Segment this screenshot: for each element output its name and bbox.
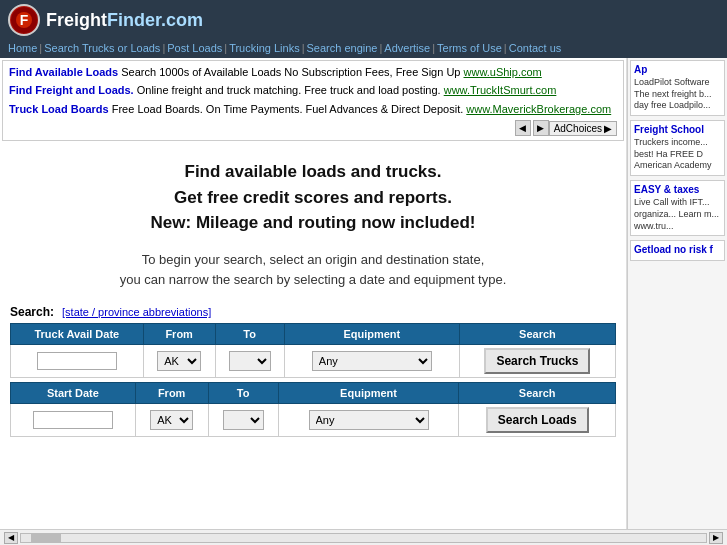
search-loads-button[interactable]: Search Loads <box>486 407 589 433</box>
nav-home[interactable]: Home <box>8 42 37 54</box>
state-abbr-link[interactable]: [state / province abbreviations] <box>62 306 211 318</box>
trucks-col-equipment: Equipment <box>284 324 459 345</box>
promo-line1: Find available loads and trucks. <box>185 162 442 181</box>
promo-area: Find available loads and trucks. Get fre… <box>0 143 626 301</box>
ad-choices-button[interactable]: AdChoices ▶ <box>549 121 617 136</box>
trucks-equipment-select[interactable]: AnyVanFlatbed ReeferTankerStep Deck Lowb… <box>312 351 432 371</box>
ad1-url[interactable]: www.uShip.com <box>464 66 542 78</box>
ad2-body: Online freight and truck matching. Free … <box>137 84 444 96</box>
loads-search-table: Start Date From To Equipment Search <box>10 382 616 437</box>
ad3-body: Free Load Boards. On Time Payments. Fuel… <box>112 103 467 115</box>
bottom-scrollbar: ◀ ▶ <box>0 529 727 545</box>
ad-choices-label: AdChoices <box>554 123 602 134</box>
sidebar-ad3-body: Live Call with IFT... organiza... Learn … <box>634 197 721 232</box>
nav-arrows: ◀ ▶ <box>515 120 549 136</box>
ads-strip: Find Available Loads Search 1000s of Ava… <box>2 60 624 141</box>
loads-col-to: To <box>208 383 278 404</box>
ad-line-2: Find Freight and Loads. Online freight a… <box>9 83 617 98</box>
loads-from-cell: AKALARAZ CACOCTDE FLGA <box>135 404 208 437</box>
ad3-title[interactable]: Truck Load Boards <box>9 103 109 115</box>
site-domain: Finder.com <box>107 10 203 30</box>
trucks-equipment-cell: AnyVanFlatbed ReeferTankerStep Deck Lowb… <box>284 345 459 378</box>
trucks-col-search: Search <box>459 324 615 345</box>
trucks-search-cell: Search Trucks <box>459 345 615 378</box>
trucks-col-date: Truck Avail Date <box>11 324 144 345</box>
ad3-url[interactable]: www.MaverickBrokerage.com <box>466 103 611 115</box>
site-title: FreightFinder.com <box>46 10 203 31</box>
nav-sep: | <box>504 42 507 54</box>
sidebar-ad-2: Freight School Truckers income... best! … <box>630 120 725 176</box>
scroll-right-button[interactable]: ▶ <box>709 532 723 544</box>
trucks-from-cell: AKALARAZ CACOCTDE FLGAHIIA IDILINKS KYLA… <box>143 345 215 378</box>
main-layout: Find Available Loads Search 1000s of Ava… <box>0 58 727 529</box>
freight-finder-logo: F <box>8 4 40 36</box>
search-label-row: Search: [state / province abbreviations] <box>10 305 616 319</box>
loads-date-input[interactable] <box>33 411 113 429</box>
loads-to-select[interactable]: AKAL <box>223 410 264 430</box>
nav-sep: | <box>162 42 165 54</box>
center-content: Find Available Loads Search 1000s of Ava… <box>0 58 627 529</box>
trucks-col-to: To <box>215 324 284 345</box>
nav-search-engine[interactable]: Search engine <box>307 42 378 54</box>
trucks-to-cell: AKALAR <box>215 345 284 378</box>
loads-col-search: Search <box>459 383 616 404</box>
promo-line2: Get free credit scores and reports. <box>174 188 452 207</box>
sidebar-ad2-title[interactable]: Freight School <box>634 124 721 135</box>
promo-desc1: To begin your search, select an origin a… <box>142 252 485 267</box>
sidebar-ad4-title[interactable]: Getload no risk f <box>634 244 721 255</box>
ad-choices-icon: ▶ <box>604 123 612 134</box>
sidebar-ad-3: EASY & taxes Live Call with IFT... organ… <box>630 180 725 236</box>
sidebar-ad2-body: Truckers income... best! Ha FREE D Ameri… <box>634 137 721 172</box>
right-sidebar: Ap LoadPilot Software The next freight b… <box>627 58 727 529</box>
nav-advertise[interactable]: Advertise <box>384 42 430 54</box>
loads-to-cell: AKAL <box>208 404 278 437</box>
sidebar-ad1-title[interactable]: Ap <box>634 64 721 75</box>
nav-sep: | <box>379 42 382 54</box>
trucks-row: AKALARAZ CACOCTDE FLGAHIIA IDILINKS KYLA… <box>11 345 616 378</box>
sidebar-ad-4: Getload no risk f <box>630 240 725 261</box>
scroll-left-button[interactable]: ◀ <box>4 532 18 544</box>
scrollbar-thumb[interactable] <box>31 534 61 542</box>
nav-bar: Home | Search Trucks or Loads | Post Loa… <box>0 40 727 58</box>
promo-desc2: you can narrow the search by selecting a… <box>120 272 507 287</box>
header: F FreightFinder.com <box>0 0 727 40</box>
ad2-title[interactable]: Find Freight and Loads. <box>9 84 134 96</box>
ad1-title[interactable]: Find Available Loads <box>9 66 118 78</box>
ad2-url[interactable]: www.TruckItSmurt.com <box>444 84 557 96</box>
nav-sep: | <box>302 42 305 54</box>
sidebar-ad3-title[interactable]: EASY & taxes <box>634 184 721 195</box>
trucks-to-select[interactable]: AKALAR <box>229 351 271 371</box>
search-label: Search: <box>10 305 54 319</box>
loads-equipment-cell: AnyVanFlatbed ReeferTankerStep Deck Lowb… <box>278 404 459 437</box>
nav-left-arrow[interactable]: ◀ <box>515 120 531 136</box>
nav-trucking-links[interactable]: Trucking Links <box>229 42 300 54</box>
scrollbar-track[interactable] <box>20 533 707 543</box>
ad1-body: Search 1000s of Available Loads No Subsc… <box>121 66 463 78</box>
trucks-col-from: From <box>143 324 215 345</box>
nav-search-trucks-or-loads[interactable]: Search Trucks or Loads <box>44 42 160 54</box>
ad-line-3: Truck Load Boards Free Load Boards. On T… <box>9 102 617 117</box>
loads-col-date: Start Date <box>11 383 136 404</box>
trucks-date-input[interactable] <box>37 352 117 370</box>
nav-post-loads[interactable]: Post Loads <box>167 42 222 54</box>
nav-sep: | <box>224 42 227 54</box>
loads-from-select[interactable]: AKALARAZ CACOCTDE FLGA <box>150 410 193 430</box>
trucks-from-select[interactable]: AKALARAZ CACOCTDE FLGAHIIA IDILINKS KYLA… <box>157 351 201 371</box>
search-area: Search: [state / province abbreviations]… <box>0 301 626 451</box>
loads-row: AKALARAZ CACOCTDE FLGA AKAL <box>11 404 616 437</box>
search-trucks-button[interactable]: Search Trucks <box>484 348 590 374</box>
trucks-search-table: Truck Avail Date From To Equipment Searc… <box>10 323 616 378</box>
loads-col-equipment: Equipment <box>278 383 459 404</box>
sidebar-ad1-body: LoadPilot Software The next freight b...… <box>634 77 721 112</box>
nav-terms[interactable]: Terms of Use <box>437 42 502 54</box>
nav-sep: | <box>39 42 42 54</box>
logo-area: F FreightFinder.com <box>8 4 203 36</box>
loads-col-from: From <box>135 383 208 404</box>
nav-right-arrow[interactable]: ▶ <box>533 120 549 136</box>
promo-line3: New: Mileage and routing now included! <box>151 213 476 232</box>
loads-date-cell <box>11 404 136 437</box>
trucks-date-cell <box>11 345 144 378</box>
nav-contact[interactable]: Contact us <box>509 42 562 54</box>
loads-equipment-select[interactable]: AnyVanFlatbed ReeferTankerStep Deck Lowb… <box>309 410 429 430</box>
nav-sep: | <box>432 42 435 54</box>
